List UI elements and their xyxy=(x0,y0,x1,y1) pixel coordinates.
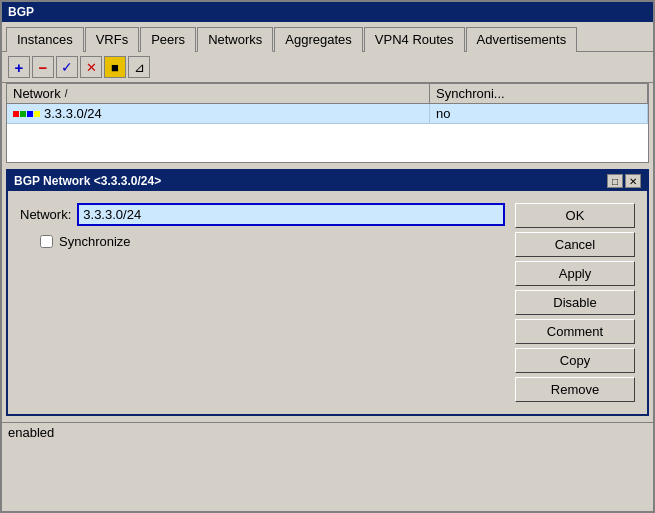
network-label: Network: xyxy=(20,207,71,222)
tab-instances[interactable]: Instances xyxy=(6,27,84,52)
filter-button[interactable]: ⊿ xyxy=(128,56,150,78)
check-button[interactable]: ✓ xyxy=(56,56,78,78)
network-field-row: Network: xyxy=(20,203,505,226)
dialog: BGP Network <3.3.3.0/24> □ ✕ Network: Sy… xyxy=(6,169,649,416)
tabs-bar: Instances VRFs Peers Networks Aggregates… xyxy=(2,22,653,52)
tab-vrfs[interactable]: VRFs xyxy=(85,27,140,52)
synchronize-checkbox[interactable] xyxy=(40,235,53,248)
remove-button[interactable]: Remove xyxy=(515,377,635,402)
toolbar: + − ✓ ✕ ■ ⊿ xyxy=(2,52,653,83)
tab-vpn4routes[interactable]: VPN4 Routes xyxy=(364,27,465,52)
network-table: Network / Synchroni... 3.3.3.0/24 no xyxy=(6,83,649,163)
disable-button[interactable]: Disable xyxy=(515,290,635,315)
network-cell: 3.3.3.0/24 xyxy=(7,104,430,123)
dialog-title-buttons: □ ✕ xyxy=(607,174,641,188)
comment-button[interactable]: Comment xyxy=(515,319,635,344)
table-header: Network / Synchroni... xyxy=(7,84,648,104)
cancel-button[interactable]: ✕ xyxy=(80,56,102,78)
network-input[interactable] xyxy=(77,203,505,226)
main-window: BGP Instances VRFs Peers Networks Aggreg… xyxy=(0,0,655,513)
tab-aggregates[interactable]: Aggregates xyxy=(274,27,363,52)
status-bar: enabled xyxy=(2,422,653,442)
tab-advertisements[interactable]: Advertisements xyxy=(466,27,578,52)
apply-button[interactable]: Apply xyxy=(515,261,635,286)
window-title: BGP xyxy=(8,5,34,19)
network-icon xyxy=(13,111,40,117)
dialog-buttons: OK Cancel Apply Disable Comment Copy Rem… xyxy=(515,203,635,402)
add-button[interactable]: + xyxy=(8,56,30,78)
dialog-restore-button[interactable]: □ xyxy=(607,174,623,188)
remove-button[interactable]: − xyxy=(32,56,54,78)
dialog-overlay: BGP Network <3.3.3.0/24> □ ✕ Network: Sy… xyxy=(6,169,649,416)
dialog-content: Network: Synchronize OK Cancel Apply Dis… xyxy=(8,191,647,414)
synchronize-label: Synchronize xyxy=(59,234,131,249)
dialog-title-bar: BGP Network <3.3.3.0/24> □ ✕ xyxy=(8,171,647,191)
ok-button[interactable]: OK xyxy=(515,203,635,228)
dialog-form: Network: Synchronize xyxy=(20,203,505,402)
status-text: enabled xyxy=(8,425,54,440)
tab-peers[interactable]: Peers xyxy=(140,27,196,52)
network-column-header: Network / xyxy=(7,84,430,103)
tab-networks[interactable]: Networks xyxy=(197,27,273,52)
title-bar: BGP xyxy=(2,2,653,22)
copy-button[interactable]: Copy xyxy=(515,348,635,373)
synchronize-row: Synchronize xyxy=(20,234,505,249)
synchronize-cell: no xyxy=(430,104,648,123)
table-row[interactable]: 3.3.3.0/24 no xyxy=(7,104,648,124)
sort-icon: / xyxy=(65,88,68,99)
square-button[interactable]: ■ xyxy=(104,56,126,78)
dialog-title-text: BGP Network <3.3.3.0/24> xyxy=(14,174,161,188)
synchronize-column-header: Synchroni... xyxy=(430,84,648,103)
cancel-button[interactable]: Cancel xyxy=(515,232,635,257)
dialog-close-button[interactable]: ✕ xyxy=(625,174,641,188)
